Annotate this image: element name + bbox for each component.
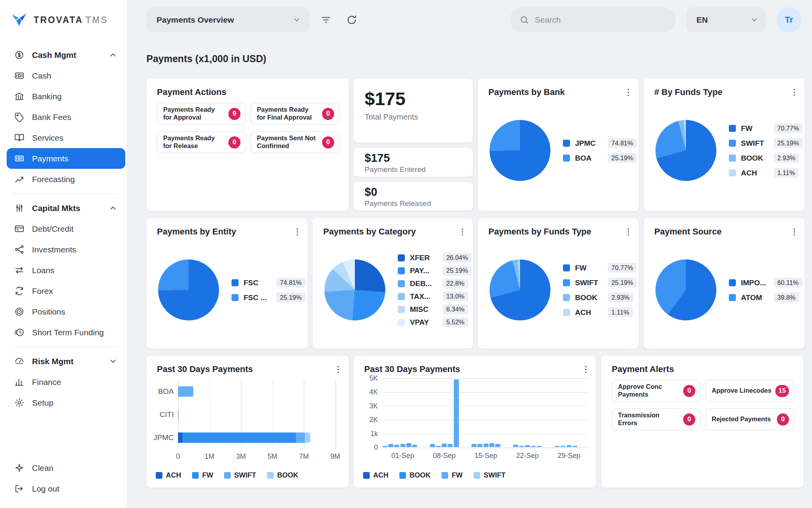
card-menu-button[interactable] [577,361,594,377]
bar-day-7 [436,446,441,447]
sidebar-item-label: Cash Mgmt [32,50,76,60]
sidebar-item-cash[interactable]: Cash [0,65,127,86]
card-menu-button[interactable] [330,361,346,377]
search-input[interactable] [535,15,666,25]
sidebar-item-finance[interactable]: Finance [0,372,127,392]
action-label: Approve Conc Payments [618,383,680,399]
sidebar-item-forecasting[interactable]: Forecasting [0,169,127,190]
legend-item: IMPO...60.11% [729,278,802,288]
y-axis-labels: 5K4K3K2K1k0 [354,378,378,447]
pie-chart [490,259,550,320]
sidebar-item-loans[interactable]: Loans [0,260,127,281]
sidebar-item-log-out[interactable]: Log out [0,478,127,499]
kebab-icon [623,227,634,237]
chevron-down-icon [750,15,759,25]
sidebar-item-payments[interactable]: Payments [7,148,125,169]
sidebar-item-forex[interactable]: Forex [0,281,127,301]
filter-button[interactable] [317,11,335,29]
card-menu-button[interactable] [289,224,305,240]
trovata-logo-icon [10,11,28,29]
sidebar-group-capital-mkts[interactable]: Capital Mkts [0,198,127,218]
chart-legend: FW70.77%SWIFT25.19%BOOK2.93%ACH1.11% [563,263,637,317]
search-box[interactable] [510,7,676,32]
bar-plot [383,378,587,447]
bar-segment [178,433,182,443]
legend-value: 5.52% [443,317,468,327]
view-selector-label: Payments Overview [157,15,234,25]
legend-label: XFER [410,254,440,262]
x-tick-label: 08-Sep [433,452,456,460]
legend-swatch [267,472,274,479]
sidebar-item-debt-credit[interactable]: Debt/Credit [0,218,127,239]
action-label: Payments Ready for Approval [163,106,225,122]
payments-released-label: Payments Released [365,199,462,208]
sidebar-item-label: Payments [32,154,68,163]
chevron-up-icon [108,203,118,213]
brand[interactable]: TROVATATMS [0,0,127,40]
sidebar-item-bank-fees[interactable]: Bank Fees [0,107,127,127]
action-transmission-errors[interactable]: Transmission Errors0 [612,408,700,430]
count-badge: 0 [683,385,695,397]
x-tick-label: 29-Sep [558,452,581,460]
action-approve-linecodes[interactable]: Approve Linecodes15 [705,380,794,402]
bar-day-22 [525,445,530,447]
avatar-initials: Tr [785,15,793,25]
action-payments-sent-not-confirmed[interactable]: Payments Sent Not Confirmed0 [251,131,339,153]
language-label: EN [696,15,708,25]
finance-icon [14,377,25,387]
action-label: Approve Linecodes [712,387,771,395]
action-rejected-payments[interactable]: Rejected Payments0 [705,408,794,430]
action-approve-conc-payments[interactable]: Approve Conc Payments0 [612,380,700,402]
action-label: Transmission Errors [618,411,680,427]
y-tick-label: 2K [369,416,378,424]
legend-item: FSC74.81% [231,278,305,288]
sidebar-item-positions[interactable]: Positions [0,301,127,322]
sidebar-item-clean[interactable]: Clean [0,458,127,478]
payments-entered-label: Payments Entered [365,165,462,174]
legend-value: 25.19% [608,153,637,163]
legend-item: SWIFT25.19% [563,278,637,288]
legend-value: 39.8% [774,293,799,302]
legend-item: VPAY5.52% [398,317,472,327]
gridline [383,447,587,448]
card-title: Payments by Entity [157,227,236,236]
legend-swatch [399,472,406,479]
card-menu-button[interactable] [620,84,636,100]
user-avatar[interactable]: Tr [776,7,801,32]
sidebar-item-setup[interactable]: Setup [0,392,127,413]
payments-entered-value: $175 [365,152,462,165]
kebab-icon [789,227,800,237]
card-menu-button[interactable] [620,224,636,240]
sidebar-group-risk-mgmt[interactable]: Risk Mgmt [0,351,127,372]
sidebar-item-label: Loans [32,266,54,275]
refresh-button[interactable] [343,11,361,29]
sidebar-item-services[interactable]: Services [0,127,127,148]
page-title: Payments (x1,000 in USD) [146,53,812,64]
x-tick-label: 01-Sep [392,452,414,460]
legend-item: XFER26.04% [398,253,472,263]
legend-label: BOOK [741,154,771,162]
card-menu-button[interactable] [786,224,802,240]
setup-icon [14,397,25,408]
action-payments-ready-for-approval[interactable]: Payments Ready for Approval9 [157,103,246,125]
legend-value: 22.8% [443,279,468,288]
legend-label: JPMC [575,139,605,147]
card-menu-button[interactable] [786,84,802,100]
legend-label: SWIFT [484,471,506,479]
sidebar-item-label: Finance [32,377,61,387]
action-payments-ready-for-release[interactable]: Payments Ready for Release0 [157,131,246,153]
bar-day-17 [495,444,500,447]
legend-label: PAY... [410,267,440,275]
sidebar-item-short-term-funding[interactable]: Short Term Funding [0,322,127,343]
language-dropdown[interactable]: EN [686,7,766,32]
card-menu-button[interactable] [454,224,470,240]
count-badge: 0 [322,136,334,148]
sidebar-item-banking[interactable]: Banking [0,86,127,107]
sidebar-item-investments[interactable]: Investments [0,239,127,260]
short-term-funding-icon [14,327,25,338]
legend-swatch [398,319,405,326]
legend-swatch [442,472,448,479]
view-selector-dropdown[interactable]: Payments Overview [146,7,309,32]
action-payments-ready-for-final-approval[interactable]: Payments Ready for Final Approval0 [251,103,339,125]
sidebar-group-cash-mgmt[interactable]: Cash Mgmt [0,45,127,65]
